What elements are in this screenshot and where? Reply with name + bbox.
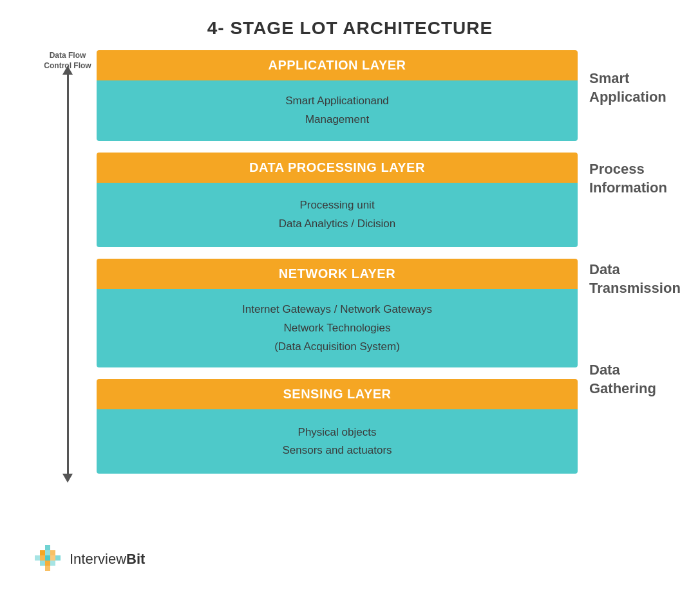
- right-label-network: DataTransmission: [589, 232, 681, 327]
- right-label-sensing: DataGathering: [589, 339, 681, 421]
- svg-rect-9: [40, 561, 45, 566]
- svg-rect-0: [45, 545, 50, 550]
- sensing-layer: SENSING LAYER Physical objects Sensors a…: [97, 379, 578, 474]
- arrow-shaft: [67, 75, 69, 474]
- page-title: 4- STAGE LOT ARCHITECTURE: [0, 0, 700, 50]
- data-processing-layer: DATA PROCESSING LAYER Processing unit Da…: [97, 153, 578, 247]
- logo-area: InterviewBit: [32, 544, 145, 575]
- layers-container: APPLICATION LAYER Smart Applicationand M…: [97, 50, 578, 474]
- svg-rect-12: [45, 566, 50, 571]
- bidirectional-arrow: [67, 75, 69, 487]
- arrow-head-bottom-icon: [62, 474, 73, 483]
- application-layer-content: Smart Applicationand Management: [285, 92, 389, 129]
- svg-rect-7: [50, 555, 55, 561]
- left-arrow-area: Data Flow Control Flow: [39, 50, 97, 487]
- svg-rect-6: [45, 555, 50, 561]
- right-label-processing: ProcessInformation: [589, 138, 681, 220]
- svg-rect-8: [55, 555, 61, 561]
- svg-rect-2: [45, 550, 50, 555]
- svg-rect-10: [45, 561, 50, 566]
- data-processing-layer-body: Processing unit Data Analytics / Dicisio…: [97, 183, 578, 247]
- arrow-head-top-icon: [62, 66, 73, 75]
- network-layer-body: Internet Gateways / Network Gateways Net…: [97, 289, 578, 368]
- svg-rect-11: [50, 561, 55, 566]
- svg-rect-3: [50, 550, 55, 555]
- svg-rect-4: [35, 555, 40, 561]
- interviewbit-logo-icon: [32, 544, 63, 575]
- sensing-layer-header: SENSING LAYER: [97, 379, 578, 409]
- application-layer-body: Smart Applicationand Management: [97, 80, 578, 141]
- content-area: Data Flow Control Flow APPLICATION LAYER…: [0, 50, 700, 487]
- right-label-application: SmartApplication: [589, 50, 681, 126]
- data-processing-layer-header: DATA PROCESSING LAYER: [97, 153, 578, 183]
- network-layer: NETWORK LAYER Internet Gateways / Networ…: [97, 259, 578, 368]
- svg-rect-1: [40, 550, 45, 555]
- logo-text: InterviewBit: [70, 551, 145, 568]
- right-labels: SmartApplication ProcessInformation Data…: [578, 50, 681, 421]
- application-layer-header: APPLICATION LAYER: [97, 50, 578, 80]
- application-layer: APPLICATION LAYER Smart Applicationand M…: [97, 50, 578, 141]
- network-layer-header: NETWORK LAYER: [97, 259, 578, 289]
- svg-rect-5: [40, 555, 45, 561]
- sensing-layer-body: Physical objects Sensors and actuators: [97, 409, 578, 474]
